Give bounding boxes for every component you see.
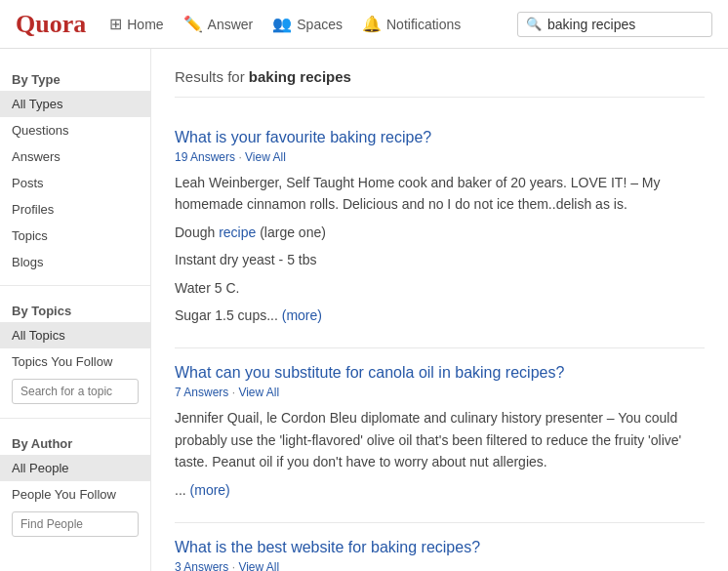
results-header-prefix: Results for	[175, 68, 249, 85]
sidebar-item-people-you-follow[interactable]: People You Follow	[0, 481, 150, 508]
main-nav: ⊞ Home ✏️ Answer 👥 Spaces 🔔 Notification…	[109, 15, 461, 33]
result-more-link-2[interactable]: (more)	[190, 482, 230, 498]
result-body-line-1-1: Dough recipe (large one)	[175, 222, 705, 243]
main-layout: By Type All Types Questions Answers Post…	[0, 49, 728, 571]
results-header: Results for baking recipes	[175, 68, 705, 98]
search-icon: 🔍	[526, 17, 542, 31]
logo[interactable]: Quora	[16, 10, 86, 39]
result-body-line-1-3: Water 5 C.	[175, 277, 705, 299]
result-view-all-2[interactable]: View All	[238, 386, 279, 399]
nav-spaces[interactable]: 👥 Spaces	[272, 15, 343, 33]
nav-home-label: Home	[127, 17, 163, 32]
nav-notifications[interactable]: 🔔 Notifications	[362, 15, 461, 33]
sidebar-item-questions[interactable]: Questions	[0, 117, 150, 143]
result-answer-count-3: 3 Answers	[175, 560, 228, 571]
result-body-line-1-0: Leah Weinberger, Self Taught Home cook a…	[175, 172, 705, 216]
sidebar-item-blogs[interactable]: Blogs	[0, 249, 150, 275]
bell-icon: 🔔	[362, 15, 382, 33]
sidebar-item-topics-you-follow[interactable]: Topics You Follow	[0, 348, 150, 375]
home-icon: ⊞	[109, 15, 122, 33]
search-box: 🔍	[517, 12, 712, 37]
sidebar-item-all-types[interactable]: All Types	[0, 91, 150, 117]
result-body-1: Leah Weinberger, Self Taught Home cook a…	[175, 172, 705, 326]
nav-notifications-label: Notifications	[386, 17, 461, 32]
result-title-3[interactable]: What is the best website for baking reci…	[175, 539, 705, 556]
result-title-2[interactable]: What can you substitute for canola oil i…	[175, 364, 705, 382]
nav-answer-label: Answer	[208, 17, 254, 32]
result-body-line-2-0: Jennifer Quail, le Cordon Bleu diplomate…	[175, 407, 705, 472]
result-title-1[interactable]: What is your favourite baking recipe?	[175, 129, 705, 146]
result-item-2: What can you substitute for canola oil i…	[175, 348, 705, 523]
result-answer-count-1: 19 Answers	[175, 150, 235, 164]
by-author-section-title: By Author	[0, 428, 150, 455]
highlighted-recipe: recipe	[219, 224, 256, 240]
result-body-line-1-2: Instant dry yeast - 5 tbs	[175, 249, 705, 270]
nav-spaces-label: Spaces	[297, 17, 343, 32]
sidebar-item-answers[interactable]: Answers	[0, 143, 150, 170]
result-body-line-1-4: Sugar 1.5 cups... (more)	[175, 305, 705, 326]
by-topics-section-title: By Topics	[0, 296, 150, 322]
result-view-all-1[interactable]: View All	[245, 150, 286, 164]
sidebar: By Type All Types Questions Answers Post…	[0, 49, 151, 571]
sidebar-item-posts[interactable]: Posts	[0, 170, 150, 196]
sidebar-divider-1	[0, 285, 150, 286]
result-more-link-1[interactable]: (more)	[282, 307, 322, 323]
sidebar-item-profiles[interactable]: Profiles	[0, 196, 150, 223]
sidebar-item-all-people[interactable]: All People	[0, 455, 150, 481]
people-search-input[interactable]	[12, 511, 139, 537]
nav-home[interactable]: ⊞ Home	[109, 15, 163, 33]
sidebar-item-topics[interactable]: Topics	[0, 223, 150, 249]
nav-answer[interactable]: ✏️ Answer	[183, 15, 254, 33]
sidebar-divider-2	[0, 418, 150, 419]
result-view-all-3[interactable]: View All	[238, 560, 279, 571]
result-item-3: What is the best website for baking reci…	[175, 523, 705, 571]
result-body-line-2-1: ... (more)	[175, 479, 705, 501]
result-meta-3: 3 Answers · View All	[175, 560, 705, 571]
search-results: Results for baking recipes What is your …	[151, 49, 728, 571]
answer-icon: ✏️	[183, 15, 203, 33]
result-meta-2: 7 Answers · View All	[175, 386, 705, 399]
app-header: Quora ⊞ Home ✏️ Answer 👥 Spaces 🔔 Notifi…	[0, 0, 728, 49]
by-type-section-title: By Type	[0, 64, 150, 91]
search-input[interactable]	[547, 17, 704, 32]
result-body-2: Jennifer Quail, le Cordon Bleu diplomate…	[175, 407, 705, 501]
result-answer-count-2: 7 Answers	[175, 386, 228, 399]
sidebar-item-all-topics[interactable]: All Topics	[0, 322, 150, 348]
topic-search-input[interactable]	[12, 379, 139, 404]
results-query: baking recipes	[249, 68, 351, 85]
result-meta-1: 19 Answers · View All	[175, 150, 705, 164]
spaces-icon: 👥	[272, 15, 292, 33]
result-item-1: What is your favourite baking recipe? 19…	[175, 113, 705, 348]
